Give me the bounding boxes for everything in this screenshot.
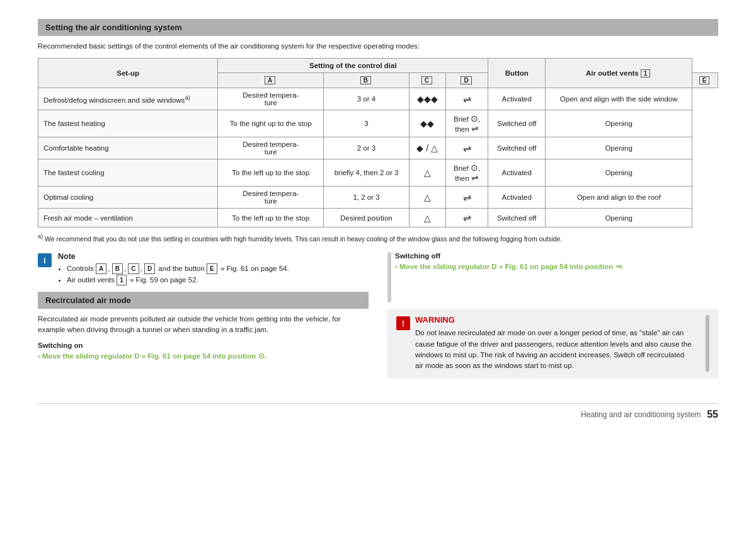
note-item-2: Air outlet vents 1 » Fig. 59 on page 52. [67,275,289,285]
cell-c3: ◆ / △ [409,137,445,159]
label-e: E [699,76,710,84]
cell-b6: Desired position [324,209,410,227]
note-title: Note [58,252,289,261]
cell-d2: Brief ⊙,then ⇌ [445,110,488,137]
cool-icon: △ [424,168,431,178]
section-title: Setting the air conditioning system [45,23,182,32]
ref-1: 1 [117,275,127,285]
cell-b3: 2 or 3 [324,137,410,159]
recirc-symbol: ⇌ [463,94,471,105]
recirc-intro: Recirculated air mode prevents polluted … [38,314,369,336]
cell-b5: 1, 2 or 3 [324,187,410,209]
cell-a4: To the left up to the stop [218,159,324,187]
table-row: The fastest cooling To the left up to th… [38,159,718,187]
recirc-section: Recirculated air mode Recirculated air m… [38,292,369,361]
cell-e4: Activated [488,159,546,187]
cell-air4: Opening [546,159,692,187]
circle-icon: ⊙ [471,113,478,124]
setup-cell: The fastest cooling [38,159,218,187]
scrollbar-indicator [387,252,391,302]
note-item-1: Controls A, B, C, D and the button E » F… [67,263,289,274]
label-c: C [421,76,432,84]
switching-off-text: Move the sliding regulator D » Fig. 61 o… [399,263,624,270]
circle-icon2: ⊙ [471,163,478,173]
footer-text: Heating and air conditioning system [581,410,701,419]
warning-content: WARNING Do not leave recirculated air mo… [415,315,694,371]
label-a: A [265,76,275,84]
cell-d6: ⇌ [445,209,488,227]
table-row: The fastest heating To the right up to t… [38,110,718,137]
label-d: D [461,76,471,84]
setup-cell: Fresh air mode – ventilation [38,209,218,227]
warning-body: Do not leave recirculated air mode on ov… [415,328,694,371]
table-row: Defrost/defog windscreen and side window… [38,88,718,110]
cool-fan-icon: △ [424,192,431,202]
note-icon: i [38,253,52,267]
label-b: B [360,76,371,84]
cell-a3: Desired tempera-ture [218,137,324,159]
cell-c1: ◆◆◆ [409,88,445,110]
left-section: i Note Controls A, B, C, D and the butto… [38,252,369,378]
cell-b1: 3 or 4 [324,88,410,110]
cell-a6: To the left up to the stop [218,209,324,227]
ref-a: A [96,263,106,274]
cell-d1: ⇌ [445,88,488,110]
note-content: Note Controls A, B, C, D and the button … [58,252,289,285]
cell-a1: Desired tempera-ture [218,88,324,110]
cell-c2: ◆◆ [409,110,445,137]
cell-air3: Opening [546,137,692,159]
cell-d3: ⇌ [445,137,488,159]
warning-icon: ! [396,316,410,330]
ref-e: E [207,263,217,274]
switching-off-title: Switching off [395,252,718,260]
page-footer: Heating and air conditioning system 55 [38,403,718,420]
col-b-header: B [324,73,410,88]
table-row: Optimal cooling Desired tempera-ture 1, … [38,187,718,209]
cell-a2: To the right up to the stop [218,110,324,137]
switching-on-instruction: Move the sliding regulator D » Fig. 61 o… [38,352,369,360]
cell-d4: Brief ⊙,then ⇌ [445,159,488,187]
warning-scrollbar [706,315,709,372]
setup-cell: The fastest heating [38,110,218,137]
intro-text: Recommended basic settings of the contro… [38,41,718,52]
footnote-text: a) We recommend that you do not use this… [38,233,718,243]
cell-e6: Switched off [488,209,546,227]
cell-a5: Desired tempera-ture [218,187,324,209]
heat-fan-icon: ◆◆ [420,118,434,129]
air-outlet-num: 1 [641,69,651,78]
cell-air1: Open and align with the side window [546,88,692,110]
table-row: Fresh air mode – ventilation To the left… [38,209,718,227]
cell-b2: 3 [324,110,410,137]
cell-d5: ⇌ [445,187,488,209]
arrow-right-icon2: ⇌ [471,173,479,183]
cell-air6: Opening [546,209,692,227]
cell-e2: Switched off [488,110,546,137]
cell-c6: △ [409,209,445,227]
cell-c5: △ [409,187,445,209]
ref-b: B [112,263,123,274]
setup-cell: Optimal cooling [38,187,218,209]
warning-box: ! WARNING Do not leave recirculated air … [387,309,718,378]
warning-title: WARNING [415,315,694,325]
recirc-title: Recirculated air mode [45,296,131,305]
table-row: Comfortable heating Desired tempera-ture… [38,137,718,159]
cell-e5: Activated [488,187,546,209]
arrow-right-icon: ⇌ [471,124,479,134]
ac-settings-table: Set-up Setting of the control dial Butto… [38,58,718,227]
note-body: Controls A, B, C, D and the button E » F… [58,263,289,285]
cell-air5: Open and align to the roof [546,187,692,209]
col-d-header: D [445,73,488,88]
recirc-symbol3: ⇌ [463,212,471,223]
switching-on-title: Switching on [38,342,369,349]
heat-icon: ◆◆◆ [417,94,438,104]
ref-c: C [128,263,139,274]
recirc-symbol2: ⇌ [463,192,471,203]
setup-cell: Defrost/defog windscreen and side window… [38,88,218,110]
cell-air2: Opening [546,110,692,137]
note-box: i Note Controls A, B, C, D and the butto… [38,252,369,285]
switching-off-instruction: Move the sliding regulator D » Fig. 61 o… [395,262,718,271]
col-setup: Set-up [38,59,218,88]
col-c-header: C [409,73,445,88]
switching-on-text: Move the sliding regulator D » Fig. 61 o… [42,352,266,360]
right-content: Switching off Move the sliding regulator… [395,252,718,275]
